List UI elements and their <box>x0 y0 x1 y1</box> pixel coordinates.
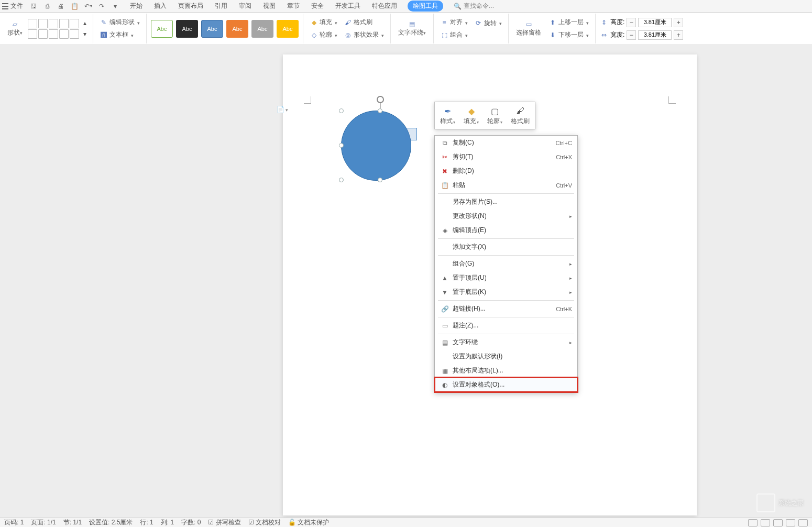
outline-button[interactable]: ◇轮廓 <box>308 29 339 40</box>
cm-delete[interactable]: ✖删除(D) <box>435 164 577 178</box>
tab-review[interactable]: 审阅 <box>238 0 253 13</box>
status-protect[interactable]: 🔓 文档未保护 <box>288 518 329 527</box>
app-menu-icon[interactable] <box>2 3 8 9</box>
resize-handle-ml[interactable] <box>339 143 344 148</box>
paste-icon[interactable]: 📋 <box>70 2 79 10</box>
circle-shape[interactable] <box>341 111 411 181</box>
shape-preset[interactable] <box>59 29 69 39</box>
tab-home[interactable]: 开始 <box>129 0 144 13</box>
cm-paste[interactable]: 📋粘贴Ctrl+V <box>435 178 577 192</box>
status-row[interactable]: 行: 1 <box>140 518 153 527</box>
view-mode-2[interactable] <box>761 519 770 526</box>
align-button[interactable]: ≡对齐 <box>438 17 470 28</box>
command-search[interactable]: 🔍 查找命令... <box>454 2 494 10</box>
cm-send-back[interactable]: ▼置于底层(K)▸ <box>435 285 577 299</box>
shape-preset[interactable] <box>59 19 69 28</box>
cm-text-wrap[interactable]: ▤文字环绕▸ <box>435 335 577 349</box>
print-icon[interactable]: 🖨 <box>57 2 65 10</box>
status-page-of[interactable]: 页面: 1/1 <box>31 518 56 527</box>
shape-preset[interactable] <box>28 29 37 39</box>
status-page-num[interactable]: 页码: 1 <box>4 518 24 527</box>
mini-outline-button[interactable]: ▢ 轮廓 <box>483 103 507 128</box>
tab-references[interactable]: 引用 <box>214 0 228 13</box>
fill-button[interactable]: ◆填充 <box>308 17 339 28</box>
view-mode-1[interactable] <box>748 519 758 526</box>
cm-format-object[interactable]: ◐设置对象格式(O)... <box>435 378 577 392</box>
text-wrap-button[interactable]: ▤ 文字环绕 <box>395 19 429 38</box>
style-swatch-1[interactable]: Abc <box>151 20 173 38</box>
canvas[interactable]: 📄 ✒ 样式 ◆ 填充 ▢ 轮廓 <box>0 45 812 518</box>
shape-preset[interactable] <box>49 29 58 39</box>
tab-developer[interactable]: 开发工具 <box>334 0 361 13</box>
cm-edit-points[interactable]: ◈编辑顶点(E) <box>435 223 577 237</box>
document-page[interactable]: 📄 ✒ 样式 ◆ 填充 ▢ 轮廓 <box>283 54 697 515</box>
tab-special[interactable]: 特色应用 <box>371 0 398 13</box>
status-proof[interactable]: ☑ 文档校对 <box>248 518 281 527</box>
shape-gallery[interactable] <box>28 19 79 39</box>
tab-drawing-tools[interactable]: 绘图工具 <box>408 1 443 12</box>
cm-save-as-picture[interactable]: 另存为图片(S)... <box>435 195 577 209</box>
tab-view[interactable]: 视图 <box>262 0 277 13</box>
gallery-down[interactable]: ▾ <box>81 29 89 39</box>
page-options-icon[interactable]: 📄 <box>277 106 288 113</box>
status-section[interactable]: 节: 1/1 <box>63 518 82 527</box>
height-decrement[interactable]: − <box>627 18 636 27</box>
status-chars[interactable]: 字数: 0 <box>181 518 201 527</box>
cm-change-shape[interactable]: 更改形状(N)▸ <box>435 209 577 223</box>
height-increment[interactable]: + <box>674 18 683 27</box>
tab-insert[interactable]: 插入 <box>153 0 168 13</box>
shape-preset[interactable] <box>28 19 37 28</box>
style-swatch-3[interactable]: Abc <box>201 20 223 38</box>
save-icon[interactable]: 🖫 <box>29 2 38 10</box>
selection-pane-button[interactable]: ▭ 选择窗格 <box>513 19 544 38</box>
status-col[interactable]: 列: 1 <box>161 518 174 527</box>
insert-shape-button[interactable]: ▱ 形状 <box>4 19 26 38</box>
send-backward-button[interactable]: ⬇下移一层 <box>546 29 591 40</box>
status-set-val[interactable]: 设置值: 2.5厘米 <box>89 518 133 527</box>
mini-fill-button[interactable]: ◆ 填充 <box>459 103 483 128</box>
style-swatch-4[interactable]: Abc <box>226 20 248 38</box>
shape-preset[interactable] <box>49 19 58 28</box>
undo-icon[interactable]: ↶ <box>84 2 92 10</box>
view-mode-4[interactable] <box>786 519 795 526</box>
rotate-handle[interactable] <box>377 96 384 103</box>
shape-preset[interactable] <box>38 29 48 39</box>
status-spell[interactable]: ☑ 拼写检查 <box>208 518 240 527</box>
style-swatch-6[interactable]: Abc <box>277 20 299 38</box>
tab-security[interactable]: 安全 <box>310 0 325 13</box>
format-painter-button[interactable]: 🖌格式刷 <box>342 17 386 28</box>
height-input[interactable] <box>638 18 672 27</box>
redo-icon[interactable]: ↷ <box>97 2 106 10</box>
shape-preset[interactable] <box>38 19 48 28</box>
selected-shape[interactable] <box>341 99 421 179</box>
tab-page-layout[interactable]: 页面布局 <box>177 0 204 13</box>
mini-style-button[interactable]: ✒ 样式 <box>436 103 459 128</box>
cm-copy[interactable]: ⧉复制(C)Ctrl+C <box>435 136 577 150</box>
cm-hyperlink[interactable]: 🔗超链接(H)...Ctrl+K <box>435 302 577 316</box>
shape-effect-button[interactable]: ◎形状效果 <box>342 29 386 40</box>
edit-shape-button[interactable]: ✎编辑形状 <box>97 17 142 28</box>
width-decrement[interactable]: − <box>627 30 636 40</box>
cm-caption[interactable]: ▭题注(Z)... <box>435 319 577 333</box>
mini-format-painter-button[interactable]: 🖌 格式刷 <box>507 103 534 128</box>
tab-section[interactable]: 章节 <box>286 0 301 13</box>
file-menu[interactable]: 文件 <box>10 2 23 10</box>
group-button[interactable]: ⬚组合 <box>438 29 470 40</box>
resize-handle-bl[interactable] <box>339 178 344 182</box>
cm-more-layout[interactable]: ▦其他布局选项(L)... <box>435 364 577 378</box>
cm-group[interactable]: 组合(G)▸ <box>435 257 577 271</box>
bring-forward-button[interactable]: ⬆上移一层 <box>546 17 591 28</box>
cm-cut[interactable]: ✂剪切(T)Ctrl+X <box>435 150 577 164</box>
style-swatch-2[interactable]: Abc <box>176 20 198 38</box>
width-increment[interactable]: + <box>674 30 683 40</box>
view-mode-5[interactable] <box>798 519 808 526</box>
gallery-up[interactable]: ▴ <box>81 18 89 28</box>
shape-preset[interactable] <box>70 19 79 28</box>
width-input[interactable] <box>638 30 672 40</box>
shape-preset[interactable] <box>70 29 79 39</box>
resize-handle-tm[interactable] <box>378 108 382 113</box>
cm-add-text[interactable]: 添加文字(X) <box>435 240 577 254</box>
text-box-button[interactable]: 🅰文本框 <box>97 29 142 40</box>
cm-set-default[interactable]: 设置为默认形状(I) <box>435 349 577 364</box>
view-mode-3[interactable] <box>773 519 783 526</box>
